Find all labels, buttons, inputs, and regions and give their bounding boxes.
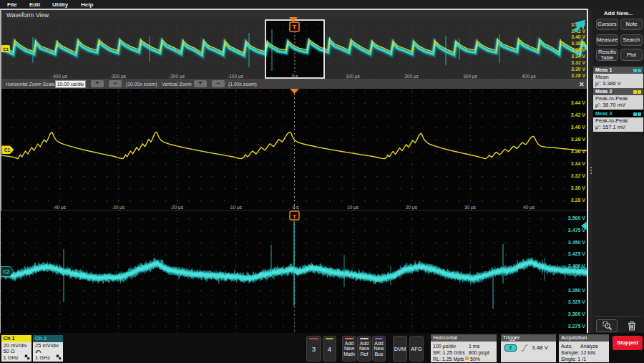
svg-text:0 s: 0 s [293, 205, 299, 210]
svg-text:-200 μs: -200 μs [169, 74, 185, 79]
svg-text:-20 μs: -20 μs [170, 205, 184, 210]
svg-text:3.36 V: 3.36 V [571, 47, 585, 52]
svg-text:3.32 V: 3.32 V [571, 173, 586, 178]
svg-text:100 μs: 100 μs [346, 74, 360, 79]
svg-text:30 μs: 30 μs [464, 205, 477, 210]
svg-text:C2: C2 [4, 269, 10, 274]
svg-text:-40 μs: -40 μs [53, 205, 67, 210]
svg-text:3.30 V: 3.30 V [571, 185, 586, 190]
svg-text:C1: C1 [3, 47, 9, 52]
svg-text:T: T [293, 24, 297, 31]
svg-text:300 μs: 300 μs [463, 74, 477, 79]
svg-text:3.28 V: 3.28 V [571, 198, 586, 203]
svg-text:3.350 V: 3.350 V [568, 288, 585, 293]
svg-text:3.30 V: 3.30 V [571, 67, 585, 72]
svg-text:3.34 V: 3.34 V [571, 161, 586, 166]
svg-text:C1: C1 [4, 147, 11, 153]
svg-text:3.34 V: 3.34 V [571, 54, 585, 59]
svg-text:3.425 V: 3.425 V [568, 251, 585, 256]
svg-text:3.28 V: 3.28 V [571, 73, 585, 78]
svg-text:3.32 V: 3.32 V [571, 60, 585, 65]
svg-text:-300 μs: -300 μs [110, 74, 127, 79]
svg-text:3.325 V: 3.325 V [568, 299, 585, 304]
svg-text:T: T [293, 213, 296, 220]
svg-text:200 μs: 200 μs [404, 74, 419, 79]
svg-text:3.38 V: 3.38 V [571, 137, 586, 142]
svg-text:3.450 V: 3.450 V [568, 240, 585, 245]
svg-text:400 μs: 400 μs [522, 74, 536, 79]
svg-text:3.500 V: 3.500 V [568, 216, 585, 221]
svg-text:0 s: 0 s [292, 74, 298, 79]
svg-text:3.42 V: 3.42 V [571, 112, 586, 117]
svg-text:20 μs: 20 μs [406, 205, 418, 210]
svg-text:3.40 V: 3.40 V [571, 34, 585, 39]
svg-text:3.36 V: 3.36 V [571, 149, 586, 154]
svg-text:3.44 V: 3.44 V [571, 100, 586, 105]
svg-text:3.475 V: 3.475 V [568, 228, 585, 233]
svg-text:3.300 V: 3.300 V [568, 311, 585, 316]
svg-text:10 μs: 10 μs [347, 205, 359, 210]
svg-text:3.38 V: 3.38 V [571, 41, 585, 46]
svg-text:-30 μs: -30 μs [112, 205, 125, 210]
svg-text:-100 μs: -100 μs [228, 74, 244, 79]
svg-text:40 μs: 40 μs [523, 205, 535, 210]
svg-text:-400 μs: -400 μs [52, 74, 68, 79]
svg-text:3.275 V: 3.275 V [568, 324, 585, 329]
svg-text:3.40 V: 3.40 V [571, 125, 586, 130]
svg-text:-10 μs: -10 μs [229, 205, 243, 210]
svg-text:3.400 V: 3.400 V [568, 263, 585, 268]
